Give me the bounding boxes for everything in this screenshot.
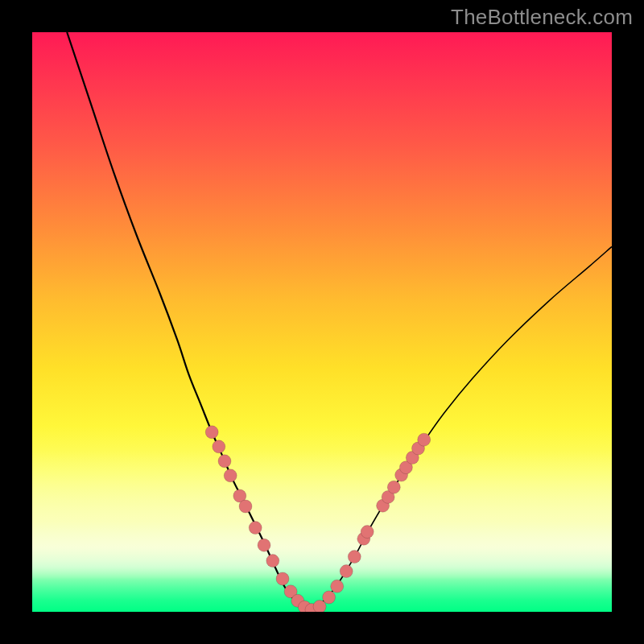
data-point (418, 433, 431, 446)
data-point (387, 481, 400, 493)
watermark-text: TheBottleneck.com (451, 5, 633, 30)
data-point (213, 440, 225, 453)
bottleneck-chart (32, 32, 612, 612)
data-point (331, 580, 344, 592)
data-point (323, 591, 336, 604)
data-point (361, 526, 374, 539)
data-point (224, 469, 237, 482)
data-point (249, 522, 262, 535)
data-point (205, 426, 218, 439)
data-point (340, 565, 353, 578)
data-point (276, 572, 289, 585)
data-point (239, 500, 252, 513)
data-point (266, 555, 279, 568)
data-point (348, 551, 361, 564)
left-curve (67, 32, 310, 610)
data-points (205, 426, 431, 612)
data-point (218, 455, 231, 468)
data-point (258, 539, 270, 551)
